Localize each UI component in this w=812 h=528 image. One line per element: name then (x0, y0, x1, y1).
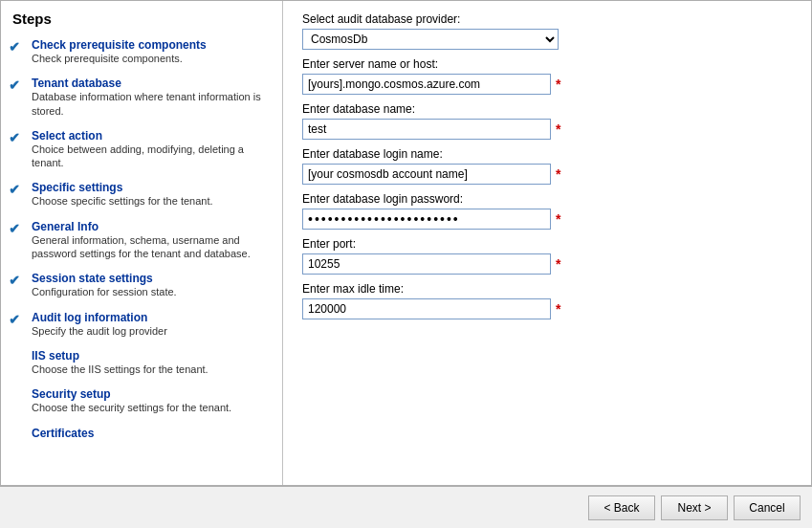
step-check-audit-log: ✔ (9, 312, 26, 327)
step-name-audit-log: Audit log information (32, 311, 167, 324)
server-label: Enter server name or host: (302, 57, 792, 71)
step-item-select-action[interactable]: ✔Select actionChoice between adding, mod… (1, 123, 282, 176)
step-desc-specific-settings: Choose specific settings for the tenant. (32, 194, 213, 208)
provider-select[interactable]: CosmosDbSqlServerMongoDb (302, 29, 559, 50)
step-text-audit-log: Audit log informationSpecify the audit l… (32, 311, 167, 338)
port-required: * (556, 256, 560, 272)
maxidle-required: * (556, 301, 560, 317)
back-button[interactable]: < Back (588, 495, 655, 520)
step-check-tenant-db: ✔ (9, 77, 26, 93)
steps-list: ✔Check prerequisite componentsCheck prer… (1, 33, 282, 485)
step-item-certificates[interactable]: Certificates (1, 421, 282, 457)
step-text-select-action: Select actionChoice between adding, modi… (32, 129, 273, 170)
password-row: Enter database login password: * (302, 192, 792, 230)
port-row: Enter port: * (302, 237, 792, 275)
maxidle-input-row: * (302, 298, 792, 319)
step-text-specific-settings: Specific settingsChoose specific setting… (32, 181, 213, 208)
port-label: Enter port: (302, 237, 792, 251)
login-input-row: * (302, 164, 792, 185)
step-name-security-setup: Security setup (32, 387, 231, 401)
step-text-check-prereq: Check prerequisite componentsCheck prere… (32, 38, 207, 65)
login-row: Enter database login name: * (302, 147, 792, 185)
login-input[interactable] (302, 164, 551, 185)
step-desc-general-info: General information, schema, username an… (32, 233, 273, 261)
password-input-row: * (302, 209, 792, 230)
step-name-tenant-db: Tenant database (32, 77, 273, 90)
server-required: * (556, 77, 560, 92)
server-row: Enter server name or host: * (302, 57, 792, 95)
step-check-specific-settings: ✔ (9, 182, 26, 197)
step-name-check-prereq: Check prerequisite components (32, 38, 207, 52)
step-name-certificates: Certificates (32, 427, 94, 440)
step-desc-tenant-db: Database information where tenant inform… (32, 90, 273, 118)
step-name-select-action: Select action (32, 129, 273, 143)
form-panel: Select audit database provider: CosmosDb… (283, 1, 811, 485)
step-item-iis-setup[interactable]: IIS setupChoose the IIS settings for the… (1, 343, 282, 382)
step-item-tenant-db[interactable]: ✔Tenant databaseDatabase information whe… (1, 71, 282, 123)
password-input[interactable] (302, 209, 551, 230)
port-input-row: * (302, 253, 792, 275)
step-check-check-prereq: ✔ (9, 39, 26, 55)
step-desc-audit-log: Specify the audit log provider (32, 324, 167, 338)
maxidle-label: Enter max idle time: (302, 282, 792, 296)
step-item-specific-settings[interactable]: ✔Specific settingsChoose specific settin… (1, 175, 282, 213)
step-desc-check-prereq: Check prerequisite components. (32, 52, 207, 65)
step-text-session-state: Session state settingsConfiguration for … (32, 272, 177, 298)
step-item-general-info[interactable]: ✔General InfoGeneral information, schema… (1, 214, 282, 267)
password-label: Enter database login password: (302, 192, 792, 206)
login-label: Enter database login name: (302, 147, 792, 161)
step-item-security-setup[interactable]: Security setupChoose the security settin… (1, 382, 282, 420)
step-text-security-setup: Security setupChoose the security settin… (32, 387, 231, 414)
step-name-iis-setup: IIS setup (32, 349, 208, 363)
maxidle-row: Enter max idle time: * (302, 282, 792, 319)
provider-label: Select audit database provider: (302, 12, 792, 26)
step-check-select-action: ✔ (9, 130, 26, 145)
step-item-session-state[interactable]: ✔Session state settingsConfiguration for… (1, 266, 282, 304)
dbname-input[interactable] (302, 119, 551, 140)
password-required: * (556, 211, 560, 227)
steps-panel: Steps ✔Check prerequisite componentsChec… (1, 1, 283, 485)
step-text-tenant-db: Tenant databaseDatabase information wher… (32, 77, 273, 118)
bottom-bar: < Back Next > Cancel (0, 486, 812, 528)
steps-title: Steps (1, 1, 282, 33)
step-text-iis-setup: IIS setupChoose the IIS settings for the… (32, 349, 208, 376)
step-check-general-info: ✔ (9, 221, 26, 236)
step-text-general-info: General InfoGeneral information, schema,… (32, 220, 273, 261)
step-desc-select-action: Choice between adding, modifying, deleti… (32, 143, 273, 170)
step-name-general-info: General Info (32, 220, 273, 233)
provider-row: Select audit database provider: CosmosDb… (302, 12, 792, 50)
step-check-session-state: ✔ (9, 273, 26, 288)
dbname-row: Enter database name: * (302, 102, 792, 140)
step-name-session-state: Session state settings (32, 272, 177, 285)
server-input[interactable] (302, 74, 551, 95)
next-button[interactable]: Next > (661, 495, 728, 520)
dbname-input-row: * (302, 119, 792, 140)
login-required: * (556, 166, 560, 182)
port-input[interactable] (302, 253, 551, 275)
step-desc-security-setup: Choose the security settings for the ten… (32, 401, 231, 414)
step-item-check-prereq[interactable]: ✔Check prerequisite componentsCheck prer… (1, 33, 282, 71)
server-input-row: * (302, 74, 792, 95)
maxidle-input[interactable] (302, 298, 551, 319)
dbname-label: Enter database name: (302, 102, 792, 116)
step-text-certificates: Certificates (32, 427, 94, 440)
step-desc-iis-setup: Choose the IIS settings for the tenant. (32, 363, 208, 376)
dbname-required: * (556, 121, 560, 137)
step-item-audit-log[interactable]: ✔Audit log informationSpecify the audit … (1, 305, 282, 343)
cancel-button[interactable]: Cancel (734, 495, 801, 520)
step-name-specific-settings: Specific settings (32, 181, 213, 194)
step-desc-session-state: Configuration for session state. (32, 285, 177, 298)
